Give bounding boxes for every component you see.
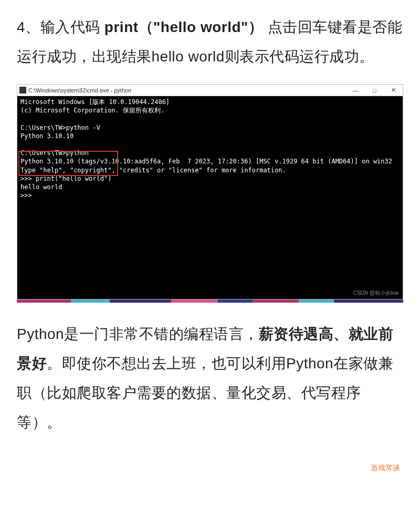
color-strip: [17, 300, 403, 303]
term-line: Python 3.10.10: [20, 132, 74, 140]
window-title: C:\Windows\system32\cmd.exe - python: [28, 87, 131, 94]
term-line: Python 3.10.10 (tags/v3.10.10:aad5f6a, F…: [20, 158, 392, 165]
conclusion-paragraph: Python是一门非常不错的编程语言，薪资待遇高、就业前景好。即使你不想出去上班…: [17, 319, 403, 437]
terminal-body: Microsoft Windows [版本 10.0.19044.2486] (…: [17, 96, 403, 299]
cmd-icon: [19, 87, 26, 94]
term-line: Microsoft Windows [版本 10.0.19044.2486]: [20, 98, 170, 106]
term-line: >>>: [20, 192, 32, 199]
close-button[interactable]: ✕: [384, 85, 403, 96]
term-line: (c) Microsoft Corporation. 保留所有权利.: [20, 107, 164, 114]
instruction-code: print（"hello world"）: [104, 19, 264, 35]
term-line: C:\Users\TW>python: [20, 149, 89, 157]
conclusion-p1: Python是一门非常不错的编程语言，: [17, 326, 259, 342]
instruction-paragraph: 4、输入代码 print（"hello world"） 点击回车键看是否能运行成…: [17, 13, 403, 71]
instruction-prefix: 4、输入代码: [17, 19, 104, 35]
term-line: >>> print("hello world"): [20, 175, 111, 182]
source-watermark: 游戏常谈: [371, 463, 400, 473]
cmd-window: C:\Windows\system32\cmd.exe - python — □…: [17, 84, 403, 300]
term-line: C:\Users\TW>python -V: [20, 124, 100, 131]
csdn-watermark: CSDN @韩小伙low: [353, 290, 398, 297]
term-line: Type "help", "copyright", "credits" or "…: [20, 167, 286, 174]
conclusion-p2: 。即使你不想出去上班，也可以利用Python在家做兼职（比如爬取客户需要的数据、…: [17, 355, 393, 430]
maximize-button[interactable]: □: [365, 85, 384, 96]
term-line: hello world: [20, 183, 62, 191]
terminal-screenshot: C:\Windows\system32\cmd.exe - python — □…: [17, 84, 403, 303]
minimize-button[interactable]: —: [346, 85, 365, 96]
window-titlebar: C:\Windows\system32\cmd.exe - python — □…: [17, 85, 403, 96]
